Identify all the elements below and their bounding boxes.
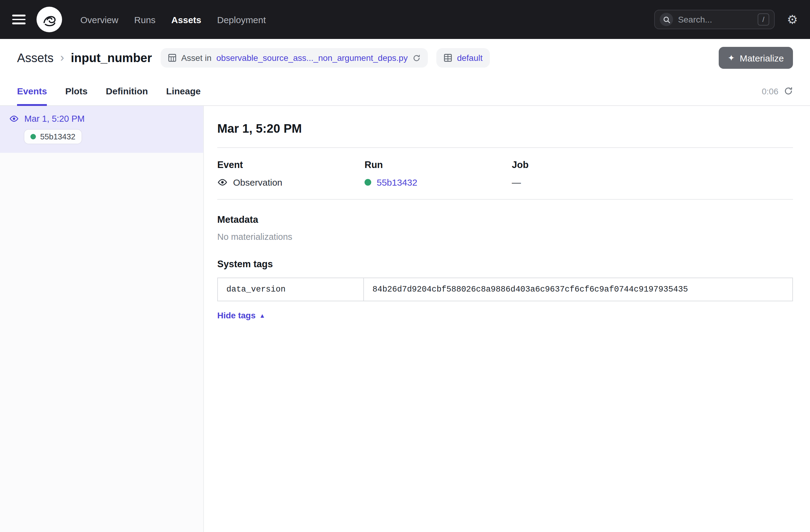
table-grid-icon — [168, 53, 176, 62]
dagster-swirl-icon — [39, 9, 60, 30]
search-icon — [660, 13, 673, 26]
materialize-button[interactable]: ✦ Materialize — [718, 47, 793, 69]
search-shortcut-key: / — [757, 13, 769, 26]
event-summary-columns: Event Observation Run 55b13432 — [217, 160, 793, 188]
nav-item-runs[interactable]: Runs — [134, 14, 156, 25]
nav-item-assets[interactable]: Assets — [171, 14, 201, 25]
tab-lineage[interactable]: Lineage — [166, 77, 200, 106]
breadcrumb-current-asset: input_number — [71, 51, 152, 65]
metadata-empty-text: No materializations — [217, 232, 793, 242]
metadata-section: Metadata No materializations — [217, 214, 793, 242]
run-id-link[interactable]: 55b13432 — [377, 177, 418, 188]
event-type-label: Observation — [233, 177, 282, 188]
refresh-timer: 0:06 — [762, 86, 779, 96]
asset-location-prefix: Asset in — [181, 53, 211, 63]
tab-events[interactable]: Events — [17, 77, 47, 106]
run-value: 55b13432 — [364, 177, 512, 188]
sparkle-icon: ✦ — [728, 53, 734, 63]
job-value: — — [512, 177, 793, 188]
event-detail-panel: Mar 1, 5:20 PM Event Observation Run — [204, 106, 810, 532]
event-type-value: Observation — [217, 177, 364, 188]
chevron-right-icon: › — [60, 51, 64, 65]
search-box[interactable]: / — [654, 10, 775, 29]
topbar-right: / ⚙ — [654, 10, 798, 29]
asset-header: Assets › input_number Asset in observabl… — [0, 39, 810, 77]
event-column: Event Observation — [217, 160, 364, 188]
materialize-label: Materialize — [740, 53, 784, 63]
code-location-link[interactable]: observable_source_ass..._non_argument_de… — [216, 53, 408, 63]
gear-icon[interactable]: ⚙ — [787, 13, 798, 26]
hide-tags-label: Hide tags — [217, 310, 256, 320]
eye-icon — [217, 177, 228, 188]
table-row: data_version 84b26d7d9204cbf588026c8a988… — [217, 278, 793, 301]
system-tags-heading: System tags — [217, 259, 793, 270]
nav-item-deployment[interactable]: Deployment — [217, 14, 266, 25]
hide-tags-link[interactable]: Hide tags ▲ — [217, 310, 265, 320]
eye-icon — [9, 114, 19, 124]
event-list-sidebar: Mar 1, 5:20 PM 55b13432 — [0, 106, 204, 532]
content-area: Mar 1, 5:20 PM 55b13432 Mar 1, 5:20 PM E… — [0, 106, 810, 532]
tag-value-cell: 84b26d7d9204cbf588026c8a9886d403a6c9637c… — [363, 278, 793, 301]
run-status-dot — [30, 134, 36, 140]
divider — [217, 147, 793, 148]
nav-item-overview[interactable]: Overview — [80, 14, 118, 25]
primary-nav: Overview Runs Assets Deployment — [80, 14, 266, 25]
event-column-label: Event — [217, 160, 364, 171]
system-tags-section: System tags data_version 84b26d7d9204cbf… — [217, 259, 793, 321]
dagster-logo[interactable] — [36, 7, 62, 32]
app-window: Overview Runs Assets Deployment / ⚙ Asse… — [0, 0, 810, 532]
job-empty-dash: — — [512, 177, 521, 188]
event-run-chip: 55b13432 — [24, 129, 82, 144]
system-tags-table: data_version 84b26d7d9204cbf588026c8a988… — [217, 277, 793, 301]
group-table-icon — [444, 53, 452, 62]
event-date-row: Mar 1, 5:20 PM — [9, 114, 194, 124]
caret-up-icon: ▲ — [259, 312, 265, 319]
breadcrumb: Assets › input_number — [17, 51, 152, 65]
asset-tabs: Events Plots Definition Lineage 0:06 — [0, 77, 810, 106]
event-title: Mar 1, 5:20 PM — [217, 122, 793, 136]
breadcrumb-assets-link[interactable]: Assets — [17, 51, 53, 65]
event-run-id: 55b13432 — [40, 132, 76, 141]
asset-group-chip[interactable]: default — [436, 48, 490, 68]
top-nav-bar: Overview Runs Assets Deployment / ⚙ — [0, 0, 810, 39]
refresh-icon[interactable] — [784, 86, 793, 96]
asset-location-chip: Asset in observable_source_ass..._non_ar… — [160, 48, 428, 68]
run-status-dot — [364, 179, 371, 186]
job-column-label: Job — [512, 160, 793, 171]
tab-definition[interactable]: Definition — [106, 77, 148, 106]
run-column: Run 55b13432 — [364, 160, 512, 188]
metadata-heading: Metadata — [217, 214, 793, 225]
group-name-link: default — [457, 53, 483, 63]
run-column-label: Run — [364, 160, 512, 171]
job-column: Job — — [512, 160, 793, 188]
event-list-item-selected[interactable]: Mar 1, 5:20 PM 55b13432 — [0, 106, 203, 153]
search-input[interactable] — [678, 15, 752, 25]
refresh-status: 0:06 — [762, 77, 793, 105]
divider — [217, 199, 793, 200]
tag-key-cell: data_version — [217, 278, 363, 301]
hamburger-menu-icon[interactable] — [12, 13, 27, 27]
reload-location-icon[interactable] — [412, 54, 421, 62]
tab-plots[interactable]: Plots — [65, 77, 87, 106]
event-date-label: Mar 1, 5:20 PM — [25, 114, 85, 124]
